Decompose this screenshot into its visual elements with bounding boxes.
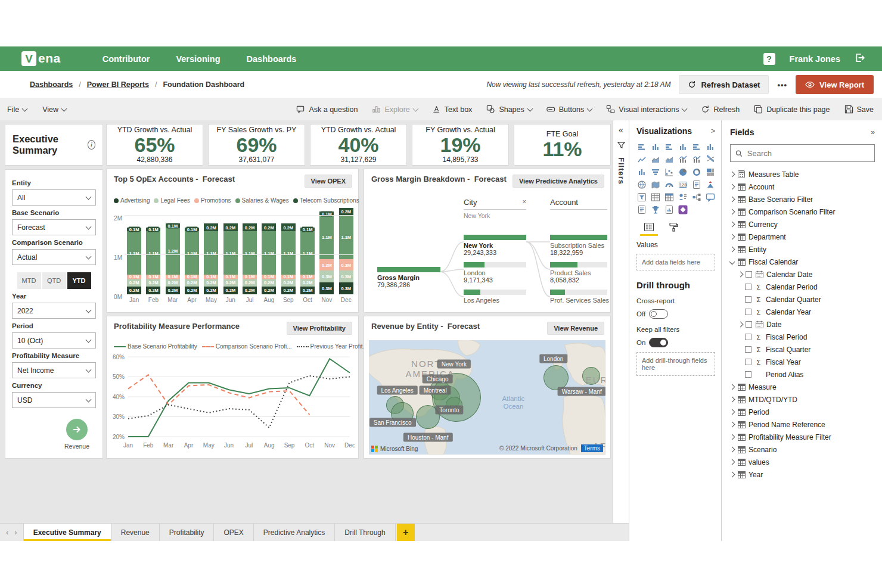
bar-column-may[interactable]: 0.2M0.2M0.1M1.1M0.2MMay xyxy=(204,226,218,294)
visual-icon-line-clustered-column-chart[interactable] xyxy=(691,154,702,165)
field-item-fiscal-year[interactable]: ΣFiscal Year xyxy=(730,356,875,368)
bar-stack[interactable]: 0.2M0.2M0.1M1.1M0.2M xyxy=(204,223,218,294)
toolbar-buttons[interactable]: Buttons xyxy=(546,105,592,114)
bar-stack[interactable]: 0.2M0.2M0.1M1.1M0.2M xyxy=(281,223,296,294)
visual-icon-treemap[interactable] xyxy=(705,167,716,178)
field-item-period-alias[interactable]: Period Alias xyxy=(730,368,875,381)
tree-node-product-sales[interactable]: Product Sales8,058,832 xyxy=(550,262,607,284)
field-item-measures-table[interactable]: Measures Table xyxy=(730,168,875,181)
bar-segment[interactable]: 0.2M xyxy=(243,279,257,287)
bar-stack[interactable]: 0.2M0.2M0.1M1.1M0.1M xyxy=(300,228,315,294)
kpi-card[interactable]: FTE Goal11% xyxy=(514,124,611,166)
visual-icon-goals[interactable] xyxy=(650,204,661,215)
field-item-base-scenario-filter[interactable]: Base Scenario Filter xyxy=(730,193,875,206)
bar-column-oct[interactable]: 0.2M0.2M0.1M1.1M0.1MOct xyxy=(300,226,315,294)
chevron-right-icon[interactable] xyxy=(729,409,735,415)
field-item-fiscal-quarter[interactable]: ΣFiscal Quarter xyxy=(730,343,875,356)
filter-dropdown-comparison-scenario[interactable]: Actual xyxy=(12,249,96,265)
bar-segment[interactable]: 0.2M xyxy=(146,287,160,294)
field-search-box[interactable] xyxy=(730,144,875,162)
bar-stack[interactable]: 0.2M0.2M0.1M1.1M0.2M xyxy=(223,223,238,294)
bar-segment[interactable]: 1.1M xyxy=(185,231,199,275)
bar-segment[interactable]: 0.2M xyxy=(300,287,315,294)
bar-segment[interactable]: 1.1M xyxy=(204,231,218,275)
tab-fields[interactable] xyxy=(640,222,658,236)
tree-node-subscription-sales[interactable]: Subscription Sales18,322,959 xyxy=(550,235,607,256)
bar-segment[interactable]: 0.1M xyxy=(127,228,141,232)
field-item-mtd-qtd-ytd[interactable]: MTD/QTD/YTD xyxy=(730,393,875,406)
bar-segment[interactable]: 0.2M xyxy=(281,287,296,294)
visual-icon-stacked-area-chart[interactable] xyxy=(664,154,675,165)
vena-logo[interactable]: V ena xyxy=(21,51,61,66)
add-page-button[interactable]: + xyxy=(397,524,415,541)
bar-stack[interactable]: 0.2M0.2M0.1M1.1M0.1M xyxy=(127,228,141,294)
bar-segment[interactable]: 0.3M xyxy=(319,282,334,294)
bar-segment[interactable]: 0.2M xyxy=(300,279,315,287)
collapse-filters-icon[interactable]: « xyxy=(619,125,623,135)
keep-all-filters-toggle[interactable]: On xyxy=(636,338,715,347)
bar-segment[interactable]: 0.1M xyxy=(166,275,180,279)
visual-icon-scatter-chart[interactable] xyxy=(664,167,675,178)
visual-icon-smart-narrative[interactable] xyxy=(636,204,647,215)
bar-segment[interactable]: 0.1M xyxy=(146,275,160,279)
bar-stack[interactable]: 0.3M0.3M0.3M1.1M0.1M xyxy=(319,211,334,294)
bar-segment[interactable]: 0.2M xyxy=(243,287,257,294)
page-tab-executive-summary[interactable]: Executive Summary xyxy=(23,524,111,541)
nav-item-contributor[interactable]: Contributor xyxy=(92,46,161,71)
bar-segment[interactable]: 1.2M xyxy=(166,228,180,275)
bar-segment[interactable]: 0.1M xyxy=(300,228,315,232)
bar-column-mar[interactable]: 0.2M0.2M0.1M1.2M0.1MMar xyxy=(166,226,180,294)
visual-icon-slicer[interactable] xyxy=(636,192,647,203)
field-item-calendar-date[interactable]: Calendar Date xyxy=(730,268,875,281)
bar-stack[interactable]: 0.2M0.2M0.1M1.1M0.1M xyxy=(146,228,160,294)
tree-column-account[interactable]: Account xyxy=(550,198,607,210)
bar-segment[interactable]: 0.1M xyxy=(243,275,257,279)
field-item-scenario[interactable]: Scenario xyxy=(730,443,875,456)
toolbar-shapes[interactable]: Shapes xyxy=(486,105,532,114)
bar-stack[interactable]: 0.2M0.2M0.1M1.1M0.2M xyxy=(243,223,257,294)
visual-icon-card[interactable]: 123 xyxy=(678,179,688,190)
visual-icon-matrix[interactable] xyxy=(664,192,675,203)
visual-icon-ribbon-chart[interactable] xyxy=(705,154,716,165)
bar-column-jul[interactable]: 0.2M0.2M0.1M1.1M0.2MJul xyxy=(243,226,257,294)
menu-file[interactable]: File xyxy=(7,105,27,114)
bar-segment[interactable]: 0.2M xyxy=(185,279,199,287)
user-name[interactable]: Frank Jones xyxy=(790,54,840,64)
bar-segment[interactable]: 0.2M xyxy=(204,287,218,294)
chevron-down-icon[interactable] xyxy=(729,259,735,265)
toolbar-ask-a-question[interactable]: Ask a question xyxy=(296,105,358,114)
expand-panel-icon[interactable]: > xyxy=(711,127,715,135)
filter-dropdown-entity[interactable]: All xyxy=(12,189,96,206)
bar-segment[interactable]: 0.1M xyxy=(185,228,199,232)
page-tab-revenue[interactable]: Revenue xyxy=(111,524,160,541)
bar-segment[interactable]: 0.3M xyxy=(339,282,353,294)
page-tab-opex[interactable]: OPEX xyxy=(214,524,253,541)
map-terms-link[interactable]: Terms xyxy=(581,444,603,452)
profitability-plot[interactable]: 60%50%40%30%20%JanFebMarAprMayJunJulAugS… xyxy=(110,352,355,455)
field-checkbox[interactable] xyxy=(745,334,751,340)
field-checkbox[interactable] xyxy=(745,284,751,290)
bar-column-sep[interactable]: 0.2M0.2M0.1M1.1M0.2MSep xyxy=(281,226,296,294)
filter-dropdown-profitability-measure[interactable]: Net Income xyxy=(12,362,96,378)
visual-icon-key-influencers[interactable] xyxy=(678,192,688,203)
kpi-card[interactable]: FY Growth vs. Actual19%14,895,733 xyxy=(412,124,509,166)
toggle-on-icon[interactable] xyxy=(649,338,668,347)
page-tab-predictive-analytics[interactable]: Predictive Analytics xyxy=(254,524,335,541)
visual-icon-area-chart[interactable] xyxy=(650,154,661,165)
page-tab-drill-through[interactable]: Drill Through xyxy=(335,524,395,541)
tree-node-los-angeles[interactable]: Los Angeles xyxy=(464,290,526,304)
refresh-dataset-button[interactable]: Refresh Dataset xyxy=(679,75,769,94)
chevron-right-icon[interactable] xyxy=(729,434,735,440)
field-item-period[interactable]: Period xyxy=(730,406,875,418)
field-item-calendar-period[interactable]: ΣCalendar Period xyxy=(730,281,875,293)
toolbar-text-box[interactable]: Text box xyxy=(432,105,473,114)
view-opex-button[interactable]: View OPEX xyxy=(305,175,353,188)
visual-icon-funnel-chart[interactable] xyxy=(650,167,661,178)
bar-segment[interactable]: 0.2M xyxy=(166,287,180,294)
chevron-right-icon[interactable] xyxy=(729,397,735,403)
prev-page-icon[interactable]: ‹ xyxy=(6,528,8,537)
visual-icon-clustered-column-chart[interactable] xyxy=(678,142,688,153)
visual-icon-stacked-column-chart[interactable] xyxy=(650,142,661,153)
filter-dropdown-base-scenario[interactable]: Forecast xyxy=(12,219,96,235)
bar-segment[interactable]: 0.1M xyxy=(300,275,315,279)
